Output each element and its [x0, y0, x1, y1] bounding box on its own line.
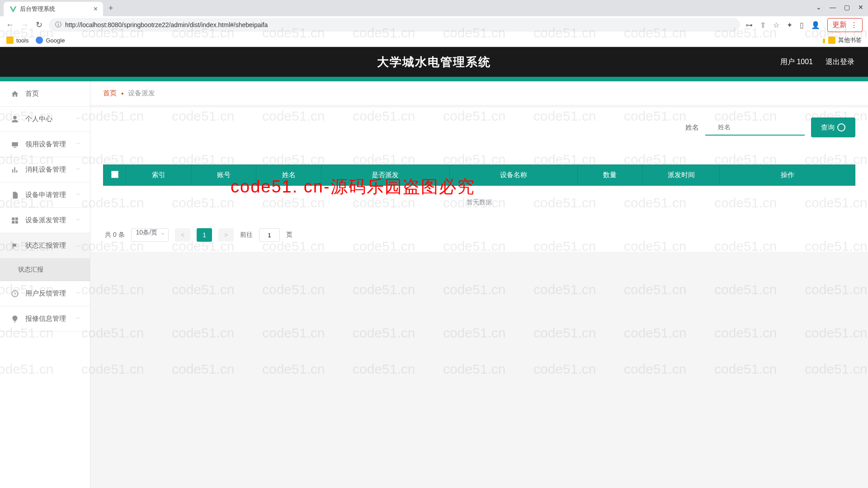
sidebar-item-5[interactable]: 设备派发管理﹀ — [0, 208, 90, 233]
bookmark-other[interactable]: ▮其他书签 — [822, 36, 862, 44]
pager-goto-label: 前往 — [240, 231, 253, 239]
svg-rect-2 — [12, 169, 13, 173]
url-text: http://localhost:8080/springbootrze22/ad… — [65, 21, 268, 28]
svg-rect-6 — [15, 217, 18, 220]
checkbox-icon[interactable] — [111, 171, 118, 178]
search-button[interactable]: 查询 — [811, 117, 855, 137]
profile-icon[interactable]: 👤 — [811, 21, 820, 29]
sidebar-item-6[interactable]: 状态汇报管理︿ — [0, 233, 90, 258]
breadcrumb: 首页 ▪ 设备派发 — [90, 81, 868, 105]
sidebar-item-label: 首页 — [25, 89, 39, 98]
chevron-down-icon: ﹀ — [75, 166, 81, 174]
svg-text:?: ? — [14, 291, 16, 296]
chevron-down-icon: ﹀ — [75, 141, 81, 148]
sidebar: 首页个人中心﹀领用设备管理﹀消耗设备管理﹀设备申请管理﹀设备派发管理﹀状态汇报管… — [0, 81, 90, 488]
th-checkbox[interactable] — [104, 165, 126, 186]
sidebar-item-label: 设备派发管理 — [25, 216, 66, 225]
sidebar-item-7[interactable]: ?用户反馈管理﹀ — [0, 281, 90, 306]
th-device: 设备名称 — [449, 165, 577, 186]
search-row: 姓名 查询 — [103, 117, 855, 137]
pager-prev-button[interactable]: < — [175, 228, 190, 242]
chevron-down-icon: ﹀ — [75, 115, 81, 123]
new-tab-icon[interactable]: + — [108, 4, 113, 13]
sidebar-item-4[interactable]: 设备申请管理﹀ — [0, 183, 90, 208]
sidebar-item-0[interactable]: 首页 — [0, 81, 90, 107]
table-empty: 暂无数据 — [103, 186, 855, 219]
minimize-icon[interactable]: — — [830, 4, 836, 11]
logout-link[interactable]: 退出登录 — [826, 57, 854, 67]
forward-icon[interactable]: → — [20, 20, 29, 30]
pager-next-button[interactable]: > — [218, 228, 234, 242]
close-tab-icon[interactable]: × — [94, 5, 98, 13]
grid-icon — [11, 216, 20, 225]
pager-goto-input[interactable] — [259, 228, 280, 242]
back-icon[interactable]: ← — [5, 20, 14, 30]
bookmark-google[interactable]: Google — [36, 37, 65, 44]
tab-title: 后台管理系统 — [20, 5, 94, 13]
maximize-icon[interactable]: ▢ — [844, 4, 850, 11]
reload-icon[interactable]: ↻ — [34, 20, 43, 30]
pager-pagesize-select[interactable]: 10条/页 ⌄ — [131, 228, 169, 242]
bulb-icon — [11, 315, 20, 323]
sidebar-item-3[interactable]: 消耗设备管理﹀ — [0, 157, 90, 183]
search-label: 姓名 — [685, 123, 699, 132]
sidebar-item-label: 状态汇报管理 — [25, 241, 66, 250]
pager-goto-suffix: 页 — [286, 231, 292, 239]
update-button[interactable]: 更新 — [827, 18, 863, 32]
sidebar-item-2[interactable]: 领用设备管理﹀ — [0, 132, 90, 157]
folder-icon — [6, 37, 14, 44]
sidebar-item-label: 报修信息管理 — [25, 314, 66, 323]
sidebar-item-8[interactable]: 报修信息管理﹀ — [0, 306, 90, 332]
url-field[interactable]: ⓘ http://localhost:8080/springbootrze22/… — [49, 18, 740, 32]
app-title: 大学城水电管理系统 — [0, 54, 868, 70]
search-input-wrap — [705, 119, 805, 136]
panel-icon[interactable]: ▯ — [800, 21, 804, 29]
pager-page-1[interactable]: 1 — [197, 228, 212, 242]
pager: 共 0 条 10条/页 ⌄ < 1 > 前往 页 — [103, 228, 855, 242]
chevron-down-icon: ﹀ — [75, 290, 81, 297]
user-label[interactable]: 用户 1001 — [780, 57, 813, 67]
vue-icon — [9, 5, 16, 13]
breadcrumb-sep-icon: ▪ — [121, 89, 123, 97]
key-icon[interactable]: ⊶ — [745, 21, 753, 29]
share-icon[interactable]: ⇪ — [760, 21, 766, 29]
sidebar-item-label: 消耗设备管理 — [25, 165, 66, 174]
sidebar-item-label: 设备申请管理 — [25, 191, 66, 199]
dropdown-icon[interactable]: ⌄ — [816, 4, 821, 11]
doc-icon — [11, 191, 20, 199]
extension-icon[interactable]: ✦ — [787, 21, 793, 29]
svg-rect-4 — [16, 170, 17, 172]
sidebar-item-label: 个人中心 — [25, 115, 52, 123]
help-icon: ? — [11, 290, 20, 298]
search-input[interactable] — [705, 119, 805, 136]
bookmark-bar: tools Google ▮其他书签 — [0, 33, 868, 47]
star-icon[interactable]: ☆ — [773, 21, 779, 29]
breadcrumb-home[interactable]: 首页 — [103, 89, 117, 98]
flag-icon — [11, 242, 20, 250]
home-icon — [11, 90, 20, 98]
th-name: 姓名 — [256, 165, 321, 186]
sidebar-item-label: 用户反馈管理 — [25, 289, 66, 298]
folder-icon — [828, 37, 835, 44]
th-action: 操作 — [720, 165, 855, 186]
app-header: 大学城水电管理系统 用户 1001 退出登录 — [0, 47, 868, 81]
main: 首页个人中心﹀领用设备管理﹀消耗设备管理﹀设备申请管理﹀设备派发管理﹀状态汇报管… — [0, 81, 868, 488]
sidebar-item-1[interactable]: 个人中心﹀ — [0, 107, 90, 132]
close-window-icon[interactable]: ✕ — [858, 4, 863, 11]
svg-rect-7 — [12, 221, 14, 223]
panel: 姓名 查询 索引 账号 姓名 是否派发 设备名称 数量 派发时 — [90, 108, 868, 252]
svg-rect-8 — [15, 221, 18, 223]
sidebar-subitem[interactable]: 状态汇报 — [0, 258, 90, 281]
address-bar: ← → ↻ ⓘ http://localhost:8080/springboot… — [0, 16, 868, 33]
th-time: 派发时间 — [643, 165, 720, 186]
browser-tab[interactable]: 后台管理系统 × — [4, 2, 103, 16]
table: 索引 账号 姓名 是否派发 设备名称 数量 派发时间 操作 暂无数据 — [103, 164, 855, 219]
bookmark-tools[interactable]: tools — [6, 37, 28, 44]
chevron-down-icon: ﹀ — [75, 216, 81, 224]
th-dispatched: 是否派发 — [321, 165, 449, 186]
content: 首页 ▪ 设备派发 姓名 查询 索引 账号 姓名 是否派发 — [90, 81, 868, 488]
browser-chrome: 后台管理系统 × + ⌄ — ▢ ✕ ← → ↻ ⓘ http://localh… — [0, 0, 868, 47]
device-icon — [11, 141, 20, 149]
sidebar-item-label: 领用设备管理 — [25, 140, 66, 149]
google-icon — [36, 37, 43, 44]
